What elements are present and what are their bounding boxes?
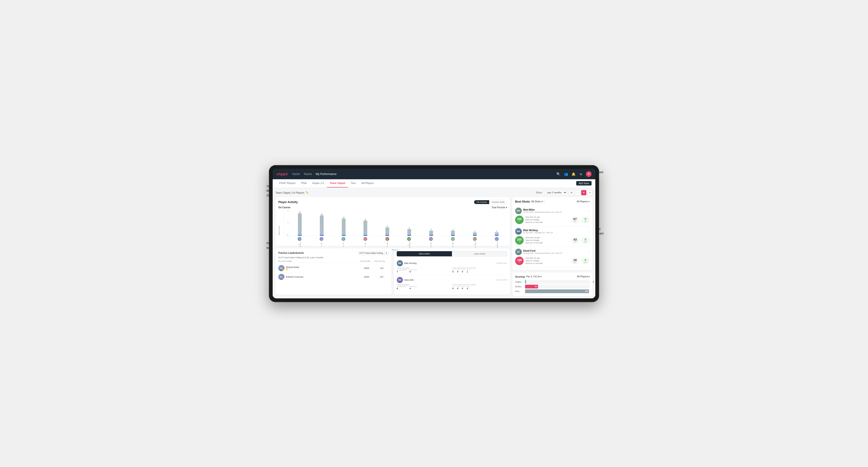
sub-nav: PGAT Players PGA Hcaps 1-5 Team Clippd T… — [273, 179, 595, 188]
shot-badge-1: 200 SG — [515, 236, 524, 245]
nav-link-home[interactable]: Home — [292, 172, 300, 176]
all-players-filter[interactable]: All Players ▾ — [577, 200, 590, 203]
eagles-bar — [525, 280, 526, 284]
nav-link-teams[interactable]: Teams — [304, 172, 312, 176]
pars-bar: 499 — [525, 289, 589, 293]
player-info-1: EC 2 Edward Crossman — [278, 274, 359, 280]
total-rounds-dropdown[interactable]: Total Rounds ▾ — [492, 206, 507, 209]
bar-chart: Total Rounds 10 5 0 — [278, 210, 507, 243]
shot-name-df: David Ford — [523, 250, 562, 252]
player-name-ee: E. Ebert — [386, 241, 388, 248]
activity-tabs: Most Active Least Active — [397, 251, 507, 256]
player-name-richard: Richard Butler — [286, 266, 299, 269]
bar-label-4: EE E. Ebert — [377, 237, 398, 248]
tab-hcaps[interactable]: Hcaps 1-5 — [309, 179, 327, 187]
eagles-value: 3 — [593, 281, 594, 283]
bar-4 — [385, 227, 389, 236]
most-active-tab[interactable]: Most Active — [397, 251, 452, 256]
leaderboard-row-0: RB 1 Richard Butler 🏆 1 19/20 — [278, 264, 389, 273]
bar-label-7: MM M. Miller — [442, 237, 464, 248]
total-rounds-1: Total Rounds Tournament 8 — [397, 284, 452, 290]
bar-5 — [407, 229, 411, 236]
bell-icon[interactable]: 🔔 — [571, 172, 576, 177]
all-shots-filter[interactable]: All Shots ▾ — [531, 200, 543, 203]
shot-item-0: MM Matt Miller 09 Jun 2023 · Royal North… — [515, 206, 590, 226]
leaderboard-dropdown[interactable]: PUTT Must Make Putting ... ▾ — [358, 251, 389, 255]
practice-drills-toggle[interactable]: Practice Drills — [489, 200, 507, 204]
player-name-rb: R. Butler — [430, 241, 432, 248]
shot-player-header-0: MM Matt Miller 09 Jun 2023 · Royal North… — [515, 208, 590, 214]
tablet-frame: clippd Home Teams My Performance 🔍 👥 🔔 ⊕… — [269, 165, 599, 302]
bar-group-5: 4 — [399, 210, 420, 236]
team-header: Team Clippd | 14 Players ✏️ Show: Last 3… — [276, 190, 592, 195]
activity-player-header-0: BM Blair McHarg 26 Aug 2023 — [397, 260, 507, 266]
shot-details-2: 198 SG Shot Dist: 16 ydsStart Lie: Rough… — [515, 257, 590, 265]
bar-label-0: BM B. McHarg — [289, 237, 310, 248]
add-team-button[interactable]: Add Team — [576, 181, 592, 186]
bar-9 — [495, 232, 499, 236]
nav-logo: clippd — [276, 172, 287, 176]
nav-icons: 🔍 👥 🔔 ⊕ U — [556, 171, 592, 177]
bottom-grid: Practice Leaderboards PUTT Must Make Put… — [276, 248, 510, 294]
grid-small-icon[interactable]: ⋮⋮ — [575, 190, 580, 195]
bar-group-2: 10 — [333, 210, 354, 236]
users-icon[interactable]: 👥 — [563, 172, 568, 177]
bar-7 — [451, 231, 455, 236]
activity-avatar-bm: BM — [397, 260, 403, 266]
heart-view-icon[interactable]: ♥ — [581, 190, 586, 195]
tab-team-clippd[interactable]: Team Clippd — [327, 179, 348, 187]
timescale-select[interactable]: Last 3 months — [544, 190, 567, 195]
player-avatar-jc: JC — [364, 237, 367, 241]
search-icon[interactable]: 🔍 — [556, 172, 561, 177]
activity-date-0: 26 Aug 2023 — [497, 262, 507, 264]
par-filter[interactable]: Par 3, 4 & 5s ▾ — [526, 275, 541, 278]
bar-group-8: 2 — [464, 210, 486, 236]
bar-8 — [473, 232, 477, 236]
activity-name-rb: Rees Britt — [404, 279, 414, 281]
player-activity-header: Player Activity On Course Practice Drill… — [278, 200, 507, 204]
tab-tour[interactable]: Tour — [348, 179, 359, 187]
shot-detail-mm: 09 Jun 2023 · Royal North Devon GC, Hole… — [523, 211, 562, 213]
shot-stat-zero-0: 0 yds — [581, 217, 590, 223]
bar-2 — [342, 219, 346, 236]
tab-pgat-players[interactable]: PGAT Players — [276, 179, 299, 187]
shot-item-1: BM Blair McHarg 23 Jul 2023 · Ashridge G… — [515, 226, 590, 247]
tab-all-players[interactable]: All Players — [359, 179, 377, 187]
activity-player-1: RB Rees Britt 02 Sep 2023 Total R — [397, 275, 507, 292]
pb-avg-0: 110 — [375, 267, 389, 269]
grid-view-icon[interactable]: ⊞ — [569, 190, 574, 195]
chevron-right-0[interactable]: › — [588, 209, 590, 213]
activity-player-0: BM Blair McHarg 26 Aug 2023 Total — [397, 258, 507, 275]
y-axis-labels: 10 5 0 — [284, 210, 288, 236]
tab-pga[interactable]: PGA — [299, 179, 309, 187]
avatar[interactable]: U — [586, 171, 592, 177]
shot-player-header-2: DF David Ford 24 Aug 2023 · Royal North … — [515, 249, 590, 255]
player-avatar-df: DF — [342, 237, 345, 241]
chevron-right-1[interactable]: › — [588, 229, 590, 233]
shot-avatar-mm: MM — [515, 208, 522, 214]
bar-0 — [298, 214, 302, 236]
all-players-scoring-filter[interactable]: All Players ▾ — [577, 275, 590, 278]
shot-info-0: Shot Dist: 67 ydsStart Lie: RoughEnd Lie… — [526, 216, 569, 224]
activity-player-info-1: RB Rees Britt — [397, 277, 414, 283]
leaderboard-sub: PUTT Must Make Putting (3-6 ft), Last 3 … — [278, 256, 389, 259]
show-filter: Show: Last 3 months ⊞ ⋮⋮ ♥ ≡ — [536, 190, 592, 195]
shot-detail-df: 24 Aug 2023 · Royal North Devon GC, Hole… — [523, 252, 562, 254]
on-course-toggle[interactable]: On Course — [474, 200, 489, 204]
least-active-tab[interactable]: Least Active — [452, 251, 507, 256]
nav-link-performance[interactable]: My Performance — [316, 172, 337, 176]
shot-player-header-1: BM Blair McHarg 23 Jul 2023 · Ashridge G… — [515, 228, 590, 235]
practice-activities-1: Total Practice Activities GTT 0 — [453, 284, 507, 290]
rounds-section-1: Total Rounds Tournament 8 — [397, 284, 507, 290]
plus-circle-icon[interactable]: ⊕ — [578, 172, 584, 177]
player-name-jc: J. Coles — [365, 241, 366, 248]
shot-stat-dist-1: 43 yds — [571, 237, 579, 244]
edit-icon[interactable]: ✏️ — [306, 191, 309, 194]
bar-group-7: 3 — [442, 210, 464, 236]
birdies-label: Birdies — [515, 285, 524, 288]
player-avatar-ob: OB — [407, 237, 411, 241]
chevron-right-2[interactable]: › — [588, 250, 590, 254]
bars-view-icon[interactable]: ≡ — [587, 190, 592, 195]
pars-label: Pars — [515, 290, 524, 292]
left-panel: Player Activity On Course Practice Drill… — [276, 197, 510, 296]
